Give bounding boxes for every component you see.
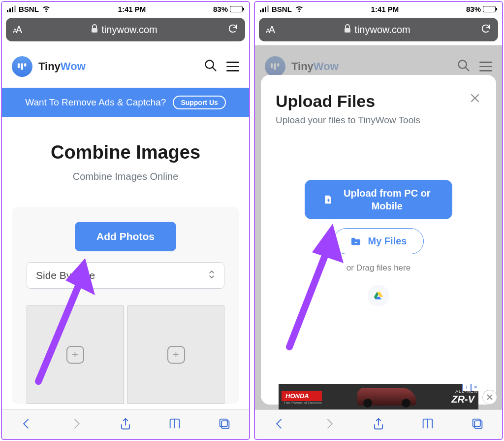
add-icon: +	[167, 346, 185, 364]
ad-tagline: The Power of Dreams	[284, 401, 322, 405]
support-banner-text: Want To Remove Ads & Captcha?	[25, 97, 166, 108]
svg-rect-15	[474, 421, 482, 428]
text-size-button[interactable]: AA	[266, 24, 274, 35]
brand-logo[interactable]: TinyWow	[12, 56, 86, 77]
wifi-icon	[295, 5, 304, 13]
safari-address-bar[interactable]: AA tinywow.com	[259, 18, 498, 41]
upload-from-device-button[interactable]: Upload from PC or Mobile	[305, 180, 452, 219]
support-us-button[interactable]: Support Us	[173, 96, 225, 109]
search-icon[interactable]	[204, 59, 218, 74]
add-photos-button[interactable]: Add Photos	[75, 222, 176, 251]
modal-title: Upload Files	[276, 92, 420, 111]
status-bar: BSNL 1:41 PM 83%	[255, 2, 502, 16]
tabs-button[interactable]	[471, 417, 484, 433]
text-size-button[interactable]: AA	[13, 24, 21, 35]
page-title: Combine Images	[12, 142, 239, 163]
svg-rect-3	[24, 63, 26, 67]
ad-car-image	[322, 388, 452, 406]
battery-icon	[230, 6, 244, 12]
tabs-button[interactable]	[218, 417, 231, 433]
upload-card: Add Photos Side By Side + +	[12, 207, 239, 404]
bottom-ad[interactable]: HONDA The Power of Dreams ALL-NEW ZR-V i…	[279, 384, 478, 409]
wifi-icon	[42, 5, 51, 13]
svg-rect-1	[18, 63, 20, 68]
my-files-label: My Files	[368, 236, 407, 247]
support-banner: Want To Remove Ads & Captcha? Support Us	[2, 88, 249, 117]
svg-rect-14	[354, 241, 357, 242]
forward-button[interactable]	[322, 417, 336, 433]
menu-icon[interactable]	[226, 62, 239, 71]
ad-model: ZR-V	[451, 394, 478, 405]
my-files-button[interactable]: My Files	[333, 228, 424, 254]
drag-files-text: or Drag files here	[346, 263, 410, 273]
battery-percent: 83%	[466, 5, 481, 13]
page-subtitle: Combine Images Online	[12, 171, 239, 182]
ad-choices[interactable]: i ✕	[462, 384, 478, 391]
lock-icon	[344, 24, 351, 35]
battery-percent: 83%	[213, 5, 228, 13]
bookmarks-button[interactable]	[421, 417, 435, 433]
url-domain: tinywow.com	[354, 24, 410, 35]
carrier-name: BSNL	[272, 5, 292, 13]
forward-button[interactable]	[69, 417, 83, 433]
safari-toolbar	[2, 409, 249, 439]
brand-wow: Wow	[61, 60, 86, 72]
page-content: Combine Images Combine Images Online Add…	[2, 117, 249, 439]
google-drive-icon	[374, 291, 383, 300]
battery-icon	[483, 6, 497, 12]
close-button[interactable]	[469, 92, 481, 106]
upload-button-label: Upload from PC or Mobile	[342, 187, 433, 212]
file-upload-icon	[324, 193, 333, 206]
site-header: TinyWow	[2, 45, 249, 88]
modal-subtitle: Upload your files to TinyWow Tools	[276, 115, 420, 126]
svg-rect-6	[221, 421, 229, 428]
svg-rect-8	[345, 28, 350, 33]
add-icon: +	[66, 346, 84, 364]
lock-icon	[91, 24, 98, 35]
brand-tiny: Tiny	[38, 60, 61, 72]
url-domain: tinywow.com	[101, 24, 157, 35]
share-button[interactable]	[119, 417, 132, 433]
clock: 1:41 PM	[118, 5, 146, 13]
tinywow-logo-icon	[12, 56, 32, 77]
image-slot[interactable]: +	[127, 305, 224, 404]
upload-modal: Upload Files Upload your files to TinyWo…	[261, 75, 496, 405]
google-drive-button[interactable]	[368, 285, 389, 306]
svg-rect-0	[92, 28, 97, 33]
chevron-updown-icon	[208, 270, 215, 281]
reload-button[interactable]	[480, 23, 491, 36]
svg-rect-16	[472, 419, 480, 426]
ad-dismiss-button[interactable]	[482, 390, 497, 405]
status-bar: BSNL 1:41 PM 83%	[2, 2, 249, 16]
share-button[interactable]	[372, 417, 385, 433]
layout-select[interactable]: Side By Side	[27, 262, 224, 289]
image-slot[interactable]: +	[27, 305, 124, 404]
svg-rect-2	[21, 63, 23, 69]
ad-brand: HONDA	[282, 391, 322, 401]
safari-toolbar	[255, 409, 502, 439]
layout-select-value: Side By Side	[36, 270, 95, 281]
ad-info-icon[interactable]: i	[462, 384, 471, 391]
svg-rect-7	[220, 419, 227, 426]
reload-button[interactable]	[227, 23, 238, 36]
safari-address-bar[interactable]: AA tinywow.com	[6, 18, 245, 41]
svg-line-5	[213, 68, 216, 70]
ad-close-icon[interactable]: ✕	[471, 384, 478, 391]
clock: 1:41 PM	[371, 5, 399, 13]
carrier-name: BSNL	[19, 5, 39, 13]
signal-icon	[7, 5, 16, 12]
back-button[interactable]	[273, 417, 286, 433]
phone-screenshot-right: BSNL 1:41 PM 83% AA tinywow.com	[254, 1, 503, 440]
back-button[interactable]	[20, 417, 33, 433]
bookmarks-button[interactable]	[168, 417, 182, 433]
phone-screenshot-left: BSNL 1:41 PM 83% AA tinywow.com	[1, 1, 250, 440]
signal-icon	[260, 5, 269, 12]
folder-icon	[350, 237, 361, 246]
